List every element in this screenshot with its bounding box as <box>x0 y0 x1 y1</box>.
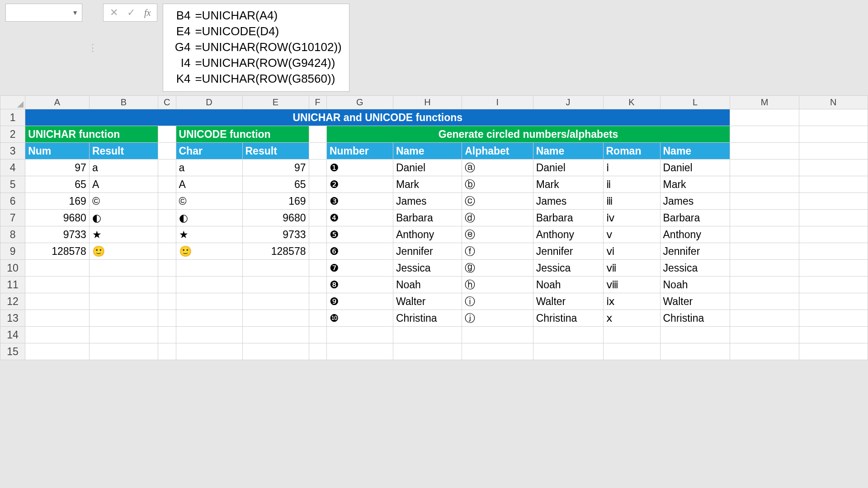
col-header[interactable]: F <box>309 96 326 109</box>
cell[interactable] <box>158 260 176 277</box>
cell[interactable] <box>799 277 868 293</box>
cell-result[interactable] <box>89 293 158 310</box>
insert-function-icon[interactable]: fx <box>144 8 151 18</box>
cell-result[interactable]: © <box>89 193 158 210</box>
cell-num[interactable] <box>25 293 90 310</box>
cell-name[interactable] <box>660 343 730 360</box>
cell[interactable] <box>309 160 326 176</box>
table-header[interactable]: Name <box>533 143 603 160</box>
cell[interactable] <box>799 343 868 360</box>
cell[interactable] <box>730 277 799 293</box>
table-header[interactable]: Num <box>25 143 90 160</box>
cell[interactable] <box>730 260 799 277</box>
cell-num[interactable]: 65 <box>25 176 90 193</box>
cell-name[interactable]: Jennifer <box>393 243 462 260</box>
cell-circled-number[interactable]: ❾ <box>326 293 393 310</box>
cell-name[interactable]: Christina <box>533 310 603 327</box>
col-header[interactable]: D <box>176 96 242 109</box>
col-header[interactable]: A <box>25 96 90 109</box>
cell[interactable] <box>158 193 176 210</box>
cell-char[interactable]: © <box>176 193 242 210</box>
row-header[interactable]: 8 <box>0 226 25 243</box>
table-header[interactable]: Char <box>176 143 242 160</box>
cell-result[interactable] <box>89 260 158 277</box>
cell-result[interactable]: 9733 <box>242 226 309 243</box>
cell-result[interactable] <box>242 327 309 343</box>
row-header[interactable]: 12 <box>0 293 25 310</box>
cell-circled-alpha[interactable]: ⓕ <box>462 243 533 260</box>
cell-name[interactable]: Mark <box>660 176 730 193</box>
cell[interactable] <box>309 293 326 310</box>
cell[interactable] <box>730 143 799 160</box>
cell-result[interactable]: a <box>89 160 158 176</box>
section-header[interactable]: Generate circled numbers/alphabets <box>326 126 730 143</box>
cell[interactable] <box>799 293 868 310</box>
cell-roman[interactable]: ⅵ <box>603 243 660 260</box>
dropdown-icon[interactable]: ▼ <box>72 9 78 16</box>
cell-name[interactable]: Anthony <box>660 226 730 243</box>
cell-name[interactable]: Mark <box>393 176 462 193</box>
cell-roman[interactable]: ⅷ <box>603 277 660 293</box>
cell[interactable] <box>158 210 176 226</box>
table-header[interactable]: Result <box>89 143 158 160</box>
cell[interactable] <box>799 160 868 176</box>
cell-circled-number[interactable] <box>326 343 393 360</box>
table-header[interactable]: Roman <box>603 143 660 160</box>
table-header[interactable]: Number <box>326 143 393 160</box>
cell[interactable] <box>730 293 799 310</box>
cell[interactable] <box>799 176 868 193</box>
cell-circled-number[interactable]: ❹ <box>326 210 393 226</box>
cell-roman[interactable]: ⅴ <box>603 226 660 243</box>
cell[interactable] <box>799 226 868 243</box>
cell[interactable] <box>309 193 326 210</box>
cell-circled-alpha[interactable]: ⓒ <box>462 193 533 210</box>
cell-result[interactable]: A <box>89 176 158 193</box>
row-header[interactable]: 7 <box>0 210 25 226</box>
cell[interactable] <box>799 243 868 260</box>
cell-name[interactable]: Noah <box>533 277 603 293</box>
cell-result[interactable]: ★ <box>89 226 158 243</box>
cell-char[interactable]: 🙂 <box>176 243 242 260</box>
row-header[interactable]: 9 <box>0 243 25 260</box>
cell[interactable] <box>799 310 868 327</box>
row-header[interactable]: 5 <box>0 176 25 193</box>
cell[interactable] <box>309 310 326 327</box>
cell-num[interactable]: 9733 <box>25 226 90 243</box>
cell-circled-alpha[interactable]: ⓓ <box>462 210 533 226</box>
cell-name[interactable] <box>533 343 603 360</box>
cell[interactable] <box>158 226 176 243</box>
cell[interactable] <box>799 109 868 126</box>
cell[interactable] <box>799 260 868 277</box>
cell-result[interactable] <box>242 343 309 360</box>
cell[interactable] <box>730 226 799 243</box>
cell-name[interactable]: Walter <box>660 293 730 310</box>
cell-result[interactable] <box>242 293 309 310</box>
cell-num[interactable]: 9680 <box>25 210 90 226</box>
cell-name[interactable]: Daniel <box>533 160 603 176</box>
cell-circled-alpha[interactable] <box>462 343 533 360</box>
cell-result[interactable]: 65 <box>242 176 309 193</box>
name-box[interactable]: ▼ <box>5 4 82 22</box>
cell-result[interactable]: 128578 <box>242 243 309 260</box>
row-header[interactable]: 2 <box>0 126 25 143</box>
col-header[interactable]: M <box>730 96 799 109</box>
col-header[interactable]: I <box>462 96 533 109</box>
cell[interactable] <box>158 176 176 193</box>
cell[interactable] <box>158 160 176 176</box>
cell-char[interactable]: ★ <box>176 226 242 243</box>
table-header[interactable]: Name <box>393 143 462 160</box>
cell-name[interactable] <box>393 327 462 343</box>
cell[interactable] <box>799 193 868 210</box>
cell-num[interactable] <box>25 327 90 343</box>
cell-name[interactable]: Christina <box>660 310 730 327</box>
cell-result[interactable] <box>242 310 309 327</box>
cell-circled-number[interactable]: ❿ <box>326 310 393 327</box>
cell[interactable] <box>799 143 868 160</box>
row-header[interactable]: 1 <box>0 109 25 126</box>
section-header[interactable]: UNICHAR function <box>25 126 158 143</box>
cell[interactable] <box>158 243 176 260</box>
spreadsheet-grid[interactable]: A B C D E F G H I J K L M N 1 UNICHAR an… <box>0 95 868 360</box>
cell-result[interactable] <box>242 260 309 277</box>
cell[interactable] <box>158 343 176 360</box>
cell[interactable] <box>158 310 176 327</box>
